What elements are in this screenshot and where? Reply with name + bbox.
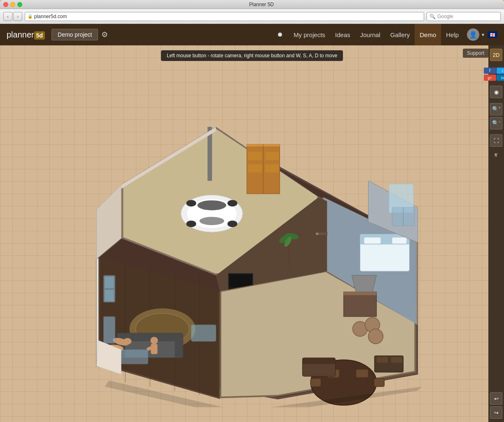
svg-point-11 <box>227 220 237 227</box>
nav-ideas[interactable]: Ideas <box>330 24 355 45</box>
svg-rect-18 <box>265 164 279 172</box>
browser-frame: Planner 5D ‹ › 🔒 planner5d.com 🔍 Google … <box>0 0 504 422</box>
svg-rect-75 <box>391 357 402 363</box>
svg-point-6 <box>197 200 226 210</box>
browser-title: Planner 5D <box>22 2 501 7</box>
svg-rect-15 <box>248 152 262 160</box>
svg-point-34 <box>316 232 318 235</box>
logo-planner: planner <box>7 30 34 39</box>
svg-rect-79 <box>105 277 114 288</box>
search-bar[interactable]: 🔍 Google <box>427 12 501 21</box>
svg-point-8 <box>186 200 196 206</box>
redo-button[interactable]: ↪ <box>490 406 502 419</box>
2d-label: 2D <box>493 52 500 58</box>
nav-help[interactable]: Help <box>441 24 464 45</box>
back-button[interactable]: ‹ <box>3 12 12 21</box>
linkedin-button[interactable]: in <box>497 75 504 81</box>
camera-icon: ◉ <box>494 89 499 95</box>
address-bar[interactable]: 🔒 planner5d.com <box>25 12 424 21</box>
nav-user: 👤 ▼ <box>467 28 485 41</box>
language-flag[interactable]: 🏴󠁧󠁢󠁥󠁮󠁧󠁿 <box>488 31 497 38</box>
minimize-button[interactable] <box>10 2 15 7</box>
svg-marker-64 <box>352 275 376 292</box>
fullscreen-button[interactable]: ⛶ <box>490 134 502 147</box>
fullscreen-icon: ⛶ <box>494 138 499 144</box>
project-name-button[interactable]: Demo project <box>51 29 98 40</box>
logo-text: planner5d <box>7 30 45 40</box>
svg-point-72 <box>368 329 383 344</box>
zoom-out-button[interactable]: 🔍− <box>490 117 502 129</box>
nav-buttons: ‹ › <box>3 12 22 21</box>
zoom-in-button[interactable]: 🔍+ <box>490 103 502 115</box>
app-content: planner5d Demo project ⚙ My projects Ide… <box>0 24 504 422</box>
svg-rect-62 <box>343 292 376 316</box>
facebook-button[interactable]: f <box>484 68 496 74</box>
svg-rect-59 <box>229 274 252 287</box>
svg-rect-47 <box>191 325 216 341</box>
logo-5d: 5d <box>34 31 45 40</box>
nav-dot <box>278 33 282 37</box>
svg-rect-28 <box>392 237 406 244</box>
ssl-icon: 🔒 <box>28 14 33 19</box>
browser-titlebar: Planner 5D <box>0 0 504 9</box>
svg-rect-16 <box>265 152 279 160</box>
svg-point-9 <box>227 200 237 206</box>
settings-button[interactable]: ⚙ <box>101 30 108 39</box>
nav-my-projects[interactable]: My projects <box>289 24 330 45</box>
address-text: planner5d.com <box>34 14 67 19</box>
svg-rect-81 <box>103 316 115 343</box>
browser-toolbar: ‹ › 🔒 planner5d.com 🔍 Google <box>0 9 504 24</box>
search-icon: 🔍 <box>429 14 436 19</box>
user-dropdown-arrow[interactable]: ▼ <box>481 33 485 37</box>
svg-rect-67 <box>356 369 368 377</box>
zoom-out-icon: 🔍− <box>492 120 501 126</box>
svg-rect-68 <box>310 378 321 387</box>
svg-point-55 <box>150 337 158 344</box>
2d-mode-button[interactable]: 2D <box>490 49 502 61</box>
svg-point-7 <box>199 217 224 225</box>
undo-button[interactable]: ↩ <box>490 392 502 405</box>
main-viewport[interactable]: Left mouse button - rotate camera, right… <box>0 45 504 422</box>
units-label[interactable]: ft' <box>493 152 499 159</box>
svg-rect-63 <box>343 292 376 295</box>
support-button[interactable]: Support <box>463 49 488 58</box>
forward-button[interactable]: › <box>13 12 22 21</box>
zoom-in-icon: 🔍+ <box>492 106 501 112</box>
svg-rect-80 <box>105 290 114 301</box>
svg-rect-17 <box>248 164 262 172</box>
svg-rect-74 <box>376 357 388 363</box>
svg-rect-69 <box>374 378 384 387</box>
redo-icon: ↪ <box>494 410 499 416</box>
svg-rect-51 <box>175 333 183 358</box>
twitter-button[interactable]: t <box>497 68 504 74</box>
maximize-button[interactable] <box>17 2 22 7</box>
user-avatar[interactable]: 👤 <box>467 28 479 41</box>
svg-rect-77 <box>302 358 335 364</box>
social-buttons: f t g+ in <box>484 68 504 81</box>
app-logo: planner5d <box>7 30 45 40</box>
nav-journal[interactable]: Journal <box>355 24 385 45</box>
traffic-lights <box>3 2 22 7</box>
screenshot-button[interactable]: ◉ <box>490 86 502 98</box>
undo-icon: ↩ <box>494 396 499 402</box>
right-toolbar: 2D f t g+ in ◉ <box>488 45 504 422</box>
nav-gallery[interactable]: Gallery <box>385 24 415 45</box>
googleplus-button[interactable]: g+ <box>484 75 496 81</box>
svg-rect-27 <box>364 237 380 244</box>
search-placeholder: Google <box>437 14 453 19</box>
app-navbar: planner5d Demo project ⚙ My projects Ide… <box>0 24 504 45</box>
house-3d-view <box>63 86 426 407</box>
close-button[interactable] <box>3 2 8 7</box>
nav-demo[interactable]: Demo <box>415 24 441 45</box>
svg-rect-82 <box>121 349 148 364</box>
svg-point-10 <box>186 220 196 227</box>
